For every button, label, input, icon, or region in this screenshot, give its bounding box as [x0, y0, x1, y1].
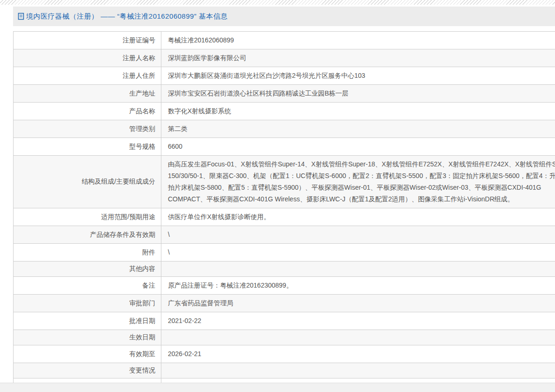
row-value: 供医疗单位作X射线摄影诊断使用。: [161, 208, 555, 226]
row-value: 深圳市宝安区石岩街道浪心社区科技四路精诚达工业园B栋一层: [161, 85, 555, 103]
table-row: 批准日期2021-02-22: [14, 312, 555, 330]
row-label: 产品储存条件及有效期: [14, 226, 161, 244]
table-row: 注册人名称深圳蓝韵医学影像有限公司: [14, 49, 555, 67]
table-row: 结构及组成/主要组成成分由高压发生器Focus-01、X射线管组件Super-1…: [14, 156, 555, 208]
row-value: 深圳市大鹏新区葵涌街道坝光社区白沙湾路2号坝光片区服务中心103: [161, 67, 555, 85]
row-label: 附件: [14, 244, 161, 261]
row-value: 第二类: [161, 120, 555, 138]
document-icon: [18, 13, 24, 20]
row-label: 其他内容: [14, 261, 161, 277]
row-label: 审批部门: [14, 295, 161, 312]
row-label: 注册证编号: [14, 32, 161, 49]
page-footer-background: [0, 383, 555, 392]
row-value: 6600: [161, 138, 555, 156]
row-label: 批准日期: [14, 312, 161, 330]
row-value: [161, 363, 555, 378]
table-row: 产品储存条件及有效期\: [14, 226, 555, 244]
page-header: 境内医疗器械（注册） —— “粤械注准20162060899” 基本信息: [13, 7, 555, 26]
table-row: 注册人住所深圳市大鹏新区葵涌街道坝光社区白沙湾路2号坝光片区服务中心103: [14, 67, 555, 85]
table-row: 产品名称数字化X射线摄影系统: [14, 103, 555, 120]
table-row: 生产地址深圳市宝安区石岩街道浪心社区科技四路精诚达工业园B栋一层: [14, 85, 555, 103]
row-label: 变更情况: [14, 363, 161, 378]
table-row: 审批部门广东省药品监督管理局: [14, 295, 555, 312]
row-label: 适用范围/预期用途: [14, 208, 161, 226]
table-row: 适用范围/预期用途供医疗单位作X射线摄影诊断使用。: [14, 208, 555, 226]
table-row: 变更情况: [14, 363, 555, 378]
decorative-stripes: [0, 0, 555, 5]
row-value: 由高压发生器Focus-01、X射线管组件Super-14、X射线管组件Supe…: [161, 156, 555, 208]
row-label: 管理类别: [14, 120, 161, 138]
row-value: \: [161, 226, 555, 244]
table-row: 其他内容: [14, 261, 555, 277]
table-row: 备注原产品注册证号：粤械注准20162300899。: [14, 277, 555, 295]
main-content: 境内医疗器械（注册） —— “粤械注准20162060899” 基本信息 注册证…: [13, 7, 555, 392]
table-row: 注册证编号粤械注准20162060899: [14, 32, 555, 49]
row-label: 生产地址: [14, 85, 161, 103]
row-value: 数字化X射线摄影系统: [161, 103, 555, 120]
row-value: 2026-02-21: [161, 345, 555, 363]
row-label: 型号规格: [14, 138, 161, 156]
row-value: 2021-02-22: [161, 312, 555, 330]
table-row: 附件\: [14, 244, 555, 261]
table-row: 有效期至2026-02-21: [14, 345, 555, 363]
page-title: 境内医疗器械（注册） —— “粤械注准20162060899” 基本信息: [26, 12, 228, 21]
table-row: 生效日期: [14, 330, 555, 345]
row-label: 注册人住所: [14, 67, 161, 85]
row-value: \: [161, 244, 555, 261]
row-label: 结构及组成/主要组成成分: [14, 156, 161, 208]
row-label: 产品名称: [14, 103, 161, 120]
row-label: 生效日期: [14, 330, 161, 345]
row-label: 有效期至: [14, 345, 161, 363]
row-value: 原产品注册证号：粤械注准20162300899。: [161, 277, 555, 295]
registration-info-table: 注册证编号粤械注准20162060899注册人名称深圳蓝韵医学影像有限公司注册人…: [13, 31, 555, 392]
row-label: 注册人名称: [14, 49, 161, 67]
table-row: 型号规格6600: [14, 138, 555, 156]
row-value: [161, 261, 555, 277]
row-value: 粤械注准20162060899: [161, 32, 555, 49]
row-value: 深圳蓝韵医学影像有限公司: [161, 49, 555, 67]
row-value: 广东省药品监督管理局: [161, 295, 555, 312]
row-value: [161, 330, 555, 345]
table-row: 管理类别第二类: [14, 120, 555, 138]
row-label: 备注: [14, 277, 161, 295]
